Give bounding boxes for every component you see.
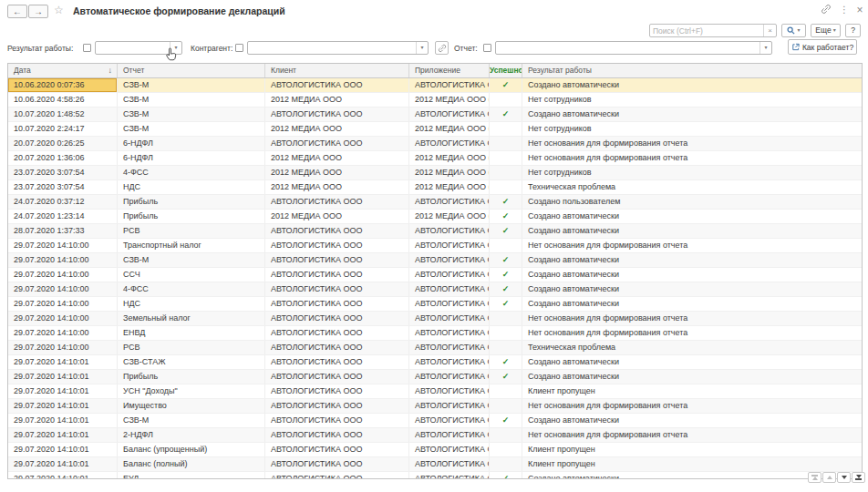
- get-link-icon[interactable]: [820, 4, 832, 16]
- cell-app[interactable]: АВТОЛОГИСТИКА О...: [409, 443, 490, 456]
- cell-app[interactable]: 2012 МЕДИА ООО (45): [409, 151, 490, 165]
- close-icon[interactable]: ×: [853, 4, 866, 16]
- cell-app[interactable]: АВТОЛОГИСТИКА О...: [409, 224, 490, 238]
- table-row[interactable]: 29.07.2020 14:10:01СЗВ-МАВТОЛОГИСТИКА ОО…: [8, 414, 862, 428]
- cell-app[interactable]: АВТОЛОГИСТИКА О...: [409, 297, 490, 311]
- cell-date[interactable]: 29.07.2020 14:10:01: [8, 472, 118, 479]
- table-row[interactable]: 29.07.2020 14:10:01Баланс (упрощенный)АВ…: [8, 443, 862, 457]
- cell-report[interactable]: СЗВ-М: [118, 414, 265, 427]
- cell-report[interactable]: РСВ: [118, 224, 265, 238]
- cell-app[interactable]: АВТОЛОГИСТИКА О...: [409, 282, 490, 296]
- cell-report[interactable]: 4-ФСС: [118, 282, 265, 296]
- cell-app[interactable]: АВТОЛОГИСТИКА О...: [409, 253, 490, 267]
- filter-report-combo[interactable]: ▾: [495, 41, 772, 55]
- table-row[interactable]: 10.07.2020 1:48:52СЗВ-МАВТОЛОГИСТИКА ООО…: [8, 108, 862, 122]
- cell-client[interactable]: АВТОЛОГИСТИКА ООО: [265, 137, 409, 150]
- cell-result[interactable]: Нет сотрудников: [522, 93, 862, 107]
- cell-result[interactable]: Создано автоматически: [522, 210, 862, 223]
- table-row[interactable]: 23.07.2020 3:07:54НДС2012 МЕДИА ООО2012 …: [8, 180, 862, 195]
- cell-report[interactable]: ЕУД: [118, 472, 265, 479]
- help-button[interactable]: ?: [845, 24, 861, 37]
- cell-result[interactable]: Создано автоматически: [522, 414, 862, 427]
- cell-success[interactable]: ✓: [490, 224, 522, 238]
- filter-report-checkbox[interactable]: [483, 44, 491, 52]
- cell-success[interactable]: [490, 399, 522, 413]
- cell-report[interactable]: Баланс (полный): [118, 457, 265, 471]
- cell-report[interactable]: Имущество: [118, 399, 265, 413]
- cell-client[interactable]: 2012 МЕДИА ООО: [265, 210, 409, 223]
- cell-result[interactable]: Клиент пропущен: [522, 443, 862, 456]
- cell-date[interactable]: 29.07.2020 14:10:00: [8, 326, 118, 340]
- cell-success[interactable]: ✓: [490, 253, 522, 267]
- cell-success[interactable]: [490, 326, 522, 340]
- cell-success[interactable]: [490, 166, 522, 179]
- table-row[interactable]: 29.07.2020 14:10:00СЗВ-МАВТОЛОГИСТИКА ОО…: [8, 253, 862, 268]
- cell-success[interactable]: [490, 341, 522, 354]
- cell-report[interactable]: 6-НДФЛ: [118, 137, 265, 150]
- table-row[interactable]: 24.07.2020 0:37:12ПрибыльАВТОЛОГИСТИКА О…: [8, 195, 862, 210]
- cell-app[interactable]: АВТОЛОГИСТИКА О...: [409, 268, 490, 282]
- cell-result[interactable]: Нет основания для формирования отчета: [522, 239, 862, 252]
- cell-success[interactable]: ✓: [490, 210, 522, 223]
- cell-report[interactable]: Баланс (упрощенный): [118, 443, 265, 456]
- cell-success[interactable]: ✓: [490, 78, 522, 92]
- move-to-top-button[interactable]: [808, 472, 822, 483]
- column-header-app[interactable]: Приложение: [409, 64, 490, 77]
- search-clear-icon[interactable]: ×: [763, 25, 776, 36]
- cell-result[interactable]: Создано автоматически: [522, 297, 862, 311]
- table-row[interactable]: 29.07.2020 14:10:01ПрибыльАВТОЛОГИСТИКА …: [8, 370, 862, 384]
- cell-report[interactable]: Земельный налог: [118, 312, 265, 325]
- cell-date[interactable]: 29.07.2020 14:10:01: [8, 399, 118, 413]
- cell-result[interactable]: Техническая проблема: [522, 180, 862, 194]
- column-header-report[interactable]: Отчет: [118, 64, 265, 77]
- cell-app[interactable]: 2012 МЕДИА ООО (45): [409, 210, 490, 223]
- column-header-client[interactable]: Клиент: [265, 64, 409, 77]
- cell-app[interactable]: АВТОЛОГИСТИКА О...: [409, 370, 490, 384]
- cell-success[interactable]: ✓: [490, 282, 522, 296]
- table-row[interactable]: 10.07.2020 2:24:17СЗВ-М2012 МЕДИА ООО201…: [8, 122, 862, 137]
- cell-client[interactable]: АВТОЛОГИСТИКА ООО: [265, 195, 409, 209]
- move-to-bottom-button[interactable]: [852, 472, 865, 483]
- search-input[interactable]: [650, 25, 763, 36]
- cell-client[interactable]: 2012 МЕДИА ООО: [265, 93, 409, 107]
- cell-report[interactable]: Транспортный налог: [118, 239, 265, 252]
- cell-result[interactable]: Нет основания для формирования отчета: [522, 326, 862, 340]
- cell-result[interactable]: Создано автоматически: [522, 78, 862, 92]
- cell-report[interactable]: Прибыль: [118, 195, 265, 209]
- cell-client[interactable]: 2012 МЕДИА ООО: [265, 151, 409, 165]
- cell-date[interactable]: 10.07.2020 2:24:17: [8, 122, 118, 136]
- cell-success[interactable]: [490, 312, 522, 325]
- cell-success[interactable]: [490, 239, 522, 252]
- cell-date[interactable]: 29.07.2020 14:10:00: [8, 253, 118, 267]
- cell-app[interactable]: АВТОЛОГИСТИКА О...: [409, 457, 490, 471]
- cell-report[interactable]: УСН "Доходы": [118, 384, 265, 398]
- search-button[interactable]: ▾: [781, 24, 806, 37]
- cell-report[interactable]: СЗВ-М: [118, 122, 265, 136]
- cell-client[interactable]: АВТОЛОГИСТИКА ООО: [265, 326, 409, 340]
- cell-client[interactable]: АВТОЛОГИСТИКА ООО: [265, 108, 409, 121]
- table-row[interactable]: 23.07.2020 3:07:544-ФСС2012 МЕДИА ООО201…: [8, 166, 862, 180]
- table-row[interactable]: 29.07.2020 14:10:01ЕУДАВТОЛОГИСТИКА ОООА…: [8, 472, 862, 479]
- cell-report[interactable]: СЗВ-М: [118, 108, 265, 121]
- cell-app[interactable]: АВТОЛОГИСТИКА О...: [409, 399, 490, 413]
- cell-date[interactable]: 29.07.2020 14:10:01: [8, 355, 118, 369]
- cell-date[interactable]: 29.07.2020 14:10:01: [8, 428, 118, 442]
- table-row[interactable]: 29.07.2020 14:10:00Земельный налогАВТОЛО…: [8, 312, 862, 326]
- cell-app[interactable]: 2012 МЕДИА ООО (45): [409, 166, 490, 179]
- cell-date[interactable]: 23.07.2020 3:07:54: [8, 180, 118, 194]
- table-row[interactable]: 29.07.2020 14:10:00НДСАВТОЛОГИСТИКА ОООА…: [8, 297, 862, 312]
- table-row[interactable]: 29.07.2020 14:10:00ССЧАВТОЛОГИСТИКА ОООА…: [8, 268, 862, 282]
- forward-button[interactable]: →: [28, 5, 48, 18]
- cell-success[interactable]: [490, 384, 522, 398]
- cell-success[interactable]: [490, 122, 522, 136]
- cell-date[interactable]: 29.07.2020 14:10:01: [8, 384, 118, 398]
- cell-result[interactable]: Создано автоматически: [522, 355, 862, 369]
- cell-success[interactable]: [490, 443, 522, 456]
- cell-report[interactable]: Прибыль: [118, 370, 265, 384]
- table-row[interactable]: 28.07.2020 1:37:33РСВАВТОЛОГИСТИКА ОООАВ…: [8, 224, 862, 239]
- cell-date[interactable]: 10.06.2020 4:58:26: [8, 93, 118, 107]
- table-row[interactable]: 29.07.2020 14:10:00РСВАВТОЛОГИСТИКА ОООА…: [8, 341, 862, 355]
- cell-app[interactable]: АВТОЛОГИСТИКА О...: [409, 355, 490, 369]
- cell-client[interactable]: АВТОЛОГИСТИКА ООО: [265, 384, 409, 398]
- cell-date[interactable]: 29.07.2020 14:10:00: [8, 297, 118, 311]
